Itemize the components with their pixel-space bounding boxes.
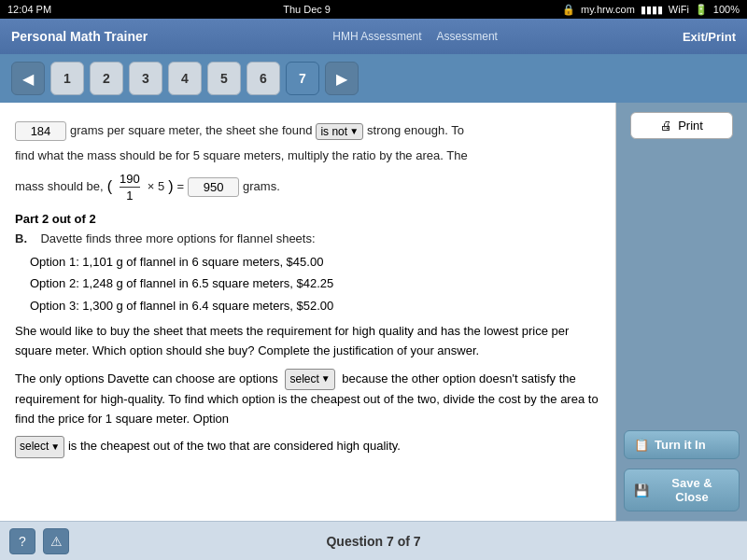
prev-arrow-button[interactable]: ◀ [11, 62, 45, 95]
save-close-icon: 💾 [634, 483, 649, 497]
wifi-icon: WiFi [669, 4, 689, 15]
status-bar: 12:04 PM Thu Dec 9 🔒 my.hrw.com ▮▮▮▮ WiF… [0, 0, 747, 19]
app-header: Personal Math Trainer HMH Assessment Ass… [0, 19, 747, 54]
text-find: find what the mass should be for 5 squar… [15, 147, 600, 166]
times-sign: × 5 [148, 177, 164, 197]
print-label: Print [678, 119, 703, 133]
part-label-text: Part 2 out of 2 [15, 212, 96, 226]
page-button-5[interactable]: 5 [207, 62, 241, 95]
battery-level: 100% [713, 4, 740, 15]
equals-sign: = [176, 177, 184, 197]
part-b-desc: Davette finds three more options for fla… [40, 231, 315, 245]
question-info: Question 7 of 7 [326, 534, 420, 549]
bottom-bar: ? ⚠ Question 7 of 7 [0, 521, 747, 560]
input-950[interactable] [188, 177, 239, 197]
warning-icon: ⚠ [50, 534, 63, 549]
dropdown-select-2-label: select [20, 438, 49, 455]
save-close-label: Save & Close [655, 476, 729, 504]
math-line: mass should be, ( 190 1 × 5 ) = grams. [15, 172, 600, 203]
warning-button[interactable]: ⚠ [43, 528, 69, 554]
right-sidebar: 🖨 Print 📋 Turn it In 💾 Save & Close [616, 103, 747, 521]
fraction: 190 1 [120, 172, 140, 203]
page-button-2[interactable]: 2 [90, 62, 123, 95]
text-grams: grams per square meter, the sheet she fo… [70, 121, 312, 141]
exit-button[interactable]: Exit/Print [683, 30, 736, 44]
option-1: Option 1: 1,101 g of flannel in 6 square… [30, 253, 600, 272]
print-icon: 🖨 [660, 119, 672, 133]
text-mass-should: mass should be, [15, 177, 104, 197]
problem-line-1: grams per square meter, the sheet she fo… [15, 121, 600, 141]
save-close-button[interactable]: 💾 Save & Close [624, 469, 740, 511]
dropdown-select-1[interactable]: select ▼ [285, 369, 334, 390]
paragraph-1: She would like to buy the sheet that mee… [15, 322, 600, 361]
answer-text-3: is the cheapest out of the two that are … [68, 439, 401, 453]
fraction-denominator: 1 [126, 188, 133, 203]
part-label: Part 2 out of 2 [15, 212, 600, 226]
site-url: my.hrw.com [581, 4, 635, 15]
page-button-3[interactable]: 3 [129, 62, 162, 95]
answer-text-1: The only options Davette can choose are … [15, 371, 278, 385]
turn-it-in-label: Turn it In [655, 438, 706, 452]
text-grams-end: grams. [243, 177, 280, 197]
page-button-4[interactable]: 4 [168, 62, 202, 95]
input-184[interactable] [15, 121, 66, 141]
app-nav-items: HMH Assessment Assessment [332, 30, 498, 43]
dropdown-select-2-arrow: ▼ [50, 440, 60, 455]
content-panel: grams per square meter, the sheet she fo… [0, 103, 616, 521]
app-layout: 12:04 PM Thu Dec 9 🔒 my.hrw.com ▮▮▮▮ WiF… [0, 0, 747, 560]
close-paren: ) [168, 178, 173, 195]
help-button[interactable]: ? [9, 528, 35, 554]
navigation-row: ◀ 1 2 3 4 5 6 7 ▶ [0, 54, 747, 103]
dropdown-select-1-label: select [289, 371, 318, 388]
page-button-1[interactable]: 1 [50, 62, 84, 95]
dropdown-select-1-arrow: ▼ [321, 371, 331, 386]
middle-row: grams per square meter, the sheet she fo… [0, 103, 747, 521]
app-title: Personal Math Trainer [11, 29, 148, 44]
part-b-bold: B. [15, 231, 37, 245]
nav-item-assessment[interactable]: HMH Assessment [332, 30, 421, 43]
option-3: Option 3: 1,300 g of flannel in 6.4 squa… [30, 297, 600, 315]
turn-it-in-button[interactable]: 📋 Turn it In [624, 430, 740, 459]
signal-icon: ▮▮▮▮ [641, 4, 663, 16]
page-button-6[interactable]: 6 [247, 62, 280, 95]
battery-icon: 🔋 [695, 4, 708, 16]
option-2: Option 2: 1,248 g of flannel in 6.5 squa… [30, 274, 600, 293]
bottom-bar-left: ? ⚠ [9, 528, 69, 554]
dropdown-is-not-label: is not [320, 125, 347, 138]
dropdown-is-not-arrow: ▼ [349, 126, 359, 136]
page-button-7[interactable]: 7 [286, 62, 319, 95]
lock-icon: 🔒 [562, 4, 575, 16]
fraction-numerator: 190 [120, 172, 140, 188]
status-time: 12:04 PM [7, 4, 51, 15]
nav-item-report[interactable]: Assessment [437, 30, 498, 43]
text-strong: strong enough. To [367, 121, 464, 141]
next-arrow-button[interactable]: ▶ [325, 62, 359, 95]
turn-it-in-icon: 📋 [634, 438, 649, 452]
answer-paragraph: The only options Davette can choose are … [15, 369, 600, 429]
answer-paragraph-2: select ▼ is the cheapest out of the two … [15, 436, 600, 457]
print-button[interactable]: 🖨 Print [630, 112, 733, 139]
part-b-header: B. Davette finds three more options for … [15, 230, 600, 249]
status-bar-right: 🔒 my.hrw.com ▮▮▮▮ WiFi 🔋 100% [562, 4, 740, 16]
status-day: Thu Dec 9 [283, 4, 331, 15]
dropdown-select-2[interactable]: select ▼ [15, 436, 64, 457]
open-paren: ( [107, 178, 112, 195]
help-icon: ? [19, 534, 26, 549]
dropdown-is-not[interactable]: is not ▼ [316, 123, 363, 140]
